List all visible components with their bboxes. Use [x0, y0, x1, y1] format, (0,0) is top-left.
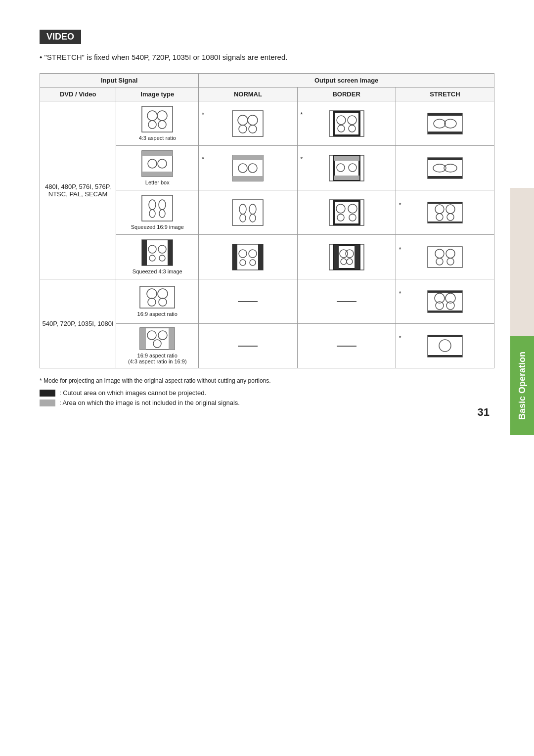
section-heading: VIDEO — [40, 30, 81, 44]
stretch-169-43: * — [396, 324, 494, 368]
border-sq169 — [297, 190, 396, 235]
screen-letterbox-input — [141, 150, 173, 177]
star-marker: * — [202, 111, 204, 118]
normal-43: * — [199, 101, 297, 146]
legend: : Cutout area on which images cannot be … — [40, 389, 494, 406]
screen-169-input — [139, 286, 175, 309]
screen-43-normal-input — [141, 106, 173, 133]
table-row: 540P, 720P, 1035I, 1080I 16:9 aspect rat… — [40, 279, 494, 324]
col-border-header: BORDER — [297, 88, 396, 101]
col-stretch-header: STRETCH — [396, 88, 494, 101]
svg-rect-92 — [140, 286, 175, 308]
screen-sq43-normal — [232, 244, 264, 270]
svg-rect-0 — [142, 106, 173, 132]
svg-rect-38 — [428, 158, 462, 160]
border-169 — [297, 279, 396, 324]
col-imgtype-header: Image type — [116, 88, 199, 101]
screen-169-43-input — [139, 327, 175, 350]
svg-rect-73 — [232, 244, 237, 270]
legend-color-black — [40, 390, 55, 397]
svg-rect-98 — [428, 291, 462, 293]
screen-letterbox-normal — [232, 155, 264, 181]
imgtype-43: 4:3 aspect ratio — [116, 101, 199, 146]
stretch-letterbox — [396, 146, 494, 190]
stretch-sq43: * — [396, 235, 494, 279]
svg-rect-74 — [258, 244, 263, 270]
legend-item-gray: : Area on which the image is not include… — [40, 399, 494, 406]
svg-rect-67 — [168, 240, 173, 266]
label-169: 16:9 aspect ratio — [137, 311, 178, 317]
svg-rect-34 — [334, 176, 359, 180]
label-43: 4:3 aspect ratio — [139, 135, 176, 141]
star-marker: * — [399, 335, 401, 342]
legend-label-gray: : Area on which the image is not include… — [59, 399, 240, 406]
svg-rect-17 — [428, 113, 462, 116]
screen-sq169-border — [329, 199, 364, 226]
svg-rect-42 — [142, 195, 173, 221]
border-letterbox: * — [297, 146, 396, 190]
svg-rect-53 — [334, 201, 359, 224]
svg-rect-47 — [232, 200, 263, 225]
svg-rect-87 — [428, 247, 462, 267]
svg-rect-105 — [140, 328, 146, 350]
svg-rect-111 — [428, 335, 462, 337]
screen-sq43-stretch — [427, 246, 463, 268]
screen-43-stretch-output — [427, 113, 463, 134]
svg-rect-22 — [142, 151, 173, 156]
svg-rect-112 — [428, 355, 462, 357]
imgtype-letterbox: Letter box — [116, 146, 199, 190]
svg-rect-59 — [428, 202, 462, 204]
svg-rect-16 — [428, 113, 462, 134]
svg-rect-11 — [334, 112, 359, 135]
svg-rect-97 — [428, 291, 462, 312]
star-marker: * — [399, 246, 401, 253]
imgtype-squeezed-43: Squeezed 4:3 image — [116, 235, 199, 279]
screen-letterbox-border — [329, 155, 364, 181]
dvd-label-480: 480I, 480P, 576I, 576P, NTSC, PAL, SECAM — [40, 101, 116, 279]
border-sq43 — [297, 235, 396, 279]
star-marker: * — [399, 202, 401, 209]
label-sq169: Squeezed 16:9 image — [131, 224, 184, 230]
screen-169-43-stretch — [427, 335, 463, 357]
normal-letterbox: * — [199, 146, 297, 190]
svg-rect-5 — [232, 111, 263, 136]
col-normal-header: NORMAL — [199, 88, 297, 101]
sidebar-tab-label: Basic Operation — [517, 352, 528, 420]
screen-43-border-output — [329, 110, 364, 137]
svg-rect-82 — [355, 245, 359, 269]
legend-color-gray — [40, 400, 55, 406]
normal-sq43 — [199, 235, 297, 279]
screen-sq169-input — [141, 195, 173, 222]
stretch-43 — [396, 101, 494, 146]
svg-rect-106 — [169, 328, 175, 350]
output-screen-header: Output screen image — [199, 74, 494, 88]
svg-rect-99 — [428, 311, 462, 312]
col-dvd-header: DVD / Video — [40, 88, 116, 101]
border-169-43 — [297, 324, 396, 368]
svg-rect-58 — [428, 202, 462, 223]
stretch-169: * — [396, 279, 494, 324]
dvd-label-540: 540P, 720P, 1035I, 1080I — [40, 279, 116, 368]
screen-letterbox-stretch — [427, 157, 463, 179]
normal-169 — [199, 279, 297, 324]
svg-rect-39 — [428, 176, 462, 178]
imgtype-169: 16:9 aspect ratio — [116, 279, 199, 324]
legend-label-black: : Cutout area on which images cannot be … — [59, 389, 206, 397]
screen-sq43-input — [141, 239, 173, 266]
svg-rect-81 — [334, 245, 339, 269]
input-signal-header: Input Signal — [40, 74, 199, 88]
sidebar-decorative-tab — [510, 188, 534, 336]
svg-rect-60 — [428, 222, 462, 223]
label-letterbox: Letter box — [145, 179, 170, 185]
border-43: * — [297, 101, 396, 146]
svg-rect-28 — [232, 176, 263, 181]
label-sq43: Squeezed 4:3 image — [133, 268, 182, 274]
page-number: 31 — [478, 406, 490, 419]
star-marker: * — [301, 156, 303, 163]
table-row: 480I, 480P, 576I, 576P, NTSC, PAL, SECAM… — [40, 101, 494, 146]
label-169-43: 16:9 aspect ratio(4:3 aspect ratio in 16… — [128, 353, 187, 364]
screen-sq169-stretch — [427, 202, 463, 223]
star-marker: * — [202, 156, 204, 163]
note-text: * Mode for projecting an image with the … — [40, 377, 494, 384]
intro-text: • "STRETCH" is fixed when 540P, 720P, 10… — [40, 53, 494, 61]
